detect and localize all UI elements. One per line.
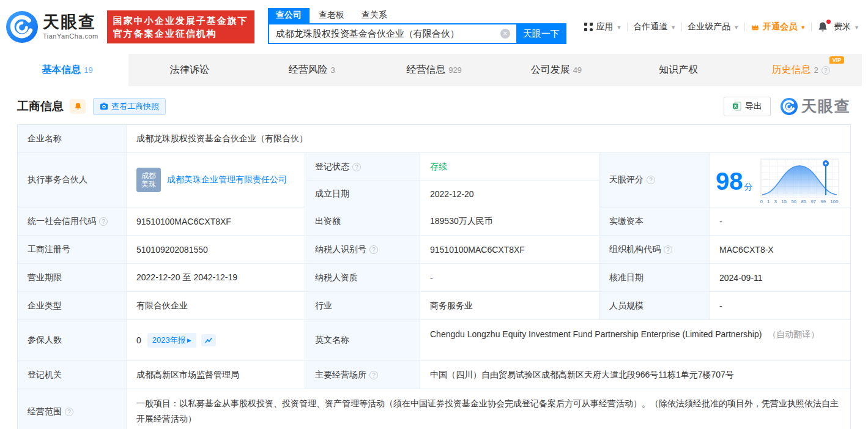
excel-icon [732,102,741,111]
help-icon[interactable] [369,371,378,379]
logo-title: 天眼查 [43,14,98,31]
tab-operation-risk[interactable]: 经营风险3 [251,54,373,86]
field-label: 英文名称 [305,320,420,360]
business-info-section: 工商信息 查看工商快照 导出 [0,96,868,429]
business-scope-value: 一般项目：以私募基金从事股权投资、投资管理、资产管理等活动（须在中国证券投资基金… [126,389,850,429]
nav-user-menu[interactable]: 费米▼ [834,21,859,32]
table-row: 经营范围 一般项目：以私募基金从事股权投资、投资管理、资产管理等活动（须在中国证… [18,389,850,429]
registration-number-value: 510109202081550 [126,236,305,263]
field-label: 纳税人识别号 [305,236,420,263]
registry-value: 成都高新区市场监督管理局 [126,361,305,389]
table-row: 统一社会信用代码 91510100MAC6CXT8XF 出资额 189530万人… [18,207,850,235]
table-row: 参保人数 0 2023年报▶ 英文名称 Chengdu Longzhu Equi… [18,319,850,360]
chevron-down-icon: ▼ [854,24,859,31]
help-icon[interactable] [822,66,830,75]
industry-value: 商务服务业 [420,292,599,319]
field-label: 经营范围 [18,389,126,429]
company-type-value: 有限合伙企业 [126,292,305,319]
monitor-bell-button[interactable] [70,99,86,114]
crown-icon [751,23,760,31]
score-value: 98 [716,168,743,195]
tab-legal-proceedings[interactable]: 法律诉讼 [128,54,251,86]
business-site-value: 中国（四川）自由贸易试验区成都高新区天府大道北段966号11栋1单元7楼707号 [420,361,850,389]
bell-icon [74,102,82,110]
table-row: 执行事务合伙人 成都 美珠 成都美珠企业管理有限责任公司 登记状态 存续 成立日… [18,152,850,207]
help-icon[interactable] [65,408,73,416]
gov-badge-line2: 官方备案企业征信机构 [113,27,248,40]
partner-company-link[interactable]: 成都美珠企业管理有限责任公司 [167,174,287,185]
bell-curve [760,159,839,198]
chevron-right-icon: ▶ [187,337,191,343]
vip-badge: VIP [829,56,845,64]
annual-report-chip[interactable]: 2023年报▶ [147,333,196,348]
nav-partnership[interactable]: 合作通道▼ [633,21,676,32]
search-button[interactable]: 天眼一下 [516,23,566,44]
field-label: 人员规模 [599,292,709,319]
field-label: 出资额 [305,207,420,235]
search-tab-company[interactable]: 查公司 [268,8,310,23]
partner-avatar[interactable]: 成都 美珠 [136,168,161,192]
field-label: 行业 [305,292,420,319]
tianyancha-watermark-icon [781,98,798,115]
help-icon[interactable] [369,245,378,254]
partner-cell: 成都 美珠 成都美珠企业管理有限责任公司 [126,153,305,207]
credit-code-value: 91510100MAC6CXT8XF [126,207,305,235]
top-nav: 应用▼ 合作通道▼ 企业级产品▼ 开通会员▼ 费米▼ [584,21,859,32]
chevron-down-icon: ▼ [616,24,621,31]
export-button[interactable]: 导出 [724,97,771,116]
tab-company-development[interactable]: 公司发展49 [495,54,617,86]
field-label: 纳税人资质 [305,264,420,291]
section-title: 工商信息 [17,99,64,114]
search-tab-relation[interactable]: 查关系 [354,8,395,23]
tianyancha-watermark: 天眼查 [781,96,851,116]
table-row: 企业名称 成都龙珠股权投资基金合伙企业（有限合伙） [18,125,850,152]
search-input[interactable] [268,23,516,44]
camera-icon [100,102,108,110]
field-label: 登记状态 [305,153,420,181]
tab-intellectual-property[interactable]: 知识产权 [617,54,740,86]
notification-red-dot [826,20,831,24]
table-row: 营业期限 2022-12-20 至 2042-12-19 纳税人资质 - 核准日… [18,263,850,291]
field-label: 参保人数 [18,320,126,360]
help-icon[interactable] [99,217,108,226]
field-label: 成立日期 [305,180,420,207]
nav-apps[interactable]: 应用▼ [584,21,621,32]
search-tab-boss[interactable]: 查老板 [311,8,352,23]
insured-count-value: 0 [136,335,141,345]
tab-basic-info[interactable]: 基本信息19 [6,54,128,86]
clear-search-icon[interactable]: × [500,29,510,39]
help-icon[interactable] [352,163,361,171]
taxpayer-quality-value: - [420,264,599,291]
table-row: 工商注册号 510109202081550 纳税人识别号 91510100MAC… [18,235,850,263]
tab-operation-info[interactable]: 经营信息929 [373,54,495,86]
insured-count-cell: 0 2023年报▶ [126,320,305,360]
field-label: 企业类型 [18,292,126,319]
nav-enterprise-products[interactable]: 企业级产品▼ [688,21,739,32]
notification-bell-button[interactable] [817,21,828,32]
field-label: 执行事务合伙人 [18,153,126,207]
help-icon[interactable] [664,245,672,254]
field-label: 营业期限 [18,264,126,291]
paid-capital-value: - [709,207,850,235]
tab-history-info[interactable]: VIP 历史信息2 [740,54,862,86]
field-label: 组织机构代码 [599,236,709,263]
tianyancha-logo[interactable]: 天眼查 TianYanCha.com [6,11,98,43]
field-label: 统一社会信用代码 [18,207,126,235]
tianyan-score-cell: 98分 0131550859799100 [709,153,850,207]
table-row: 企业类型 有限合伙企业 行业 商务服务业 人员规模 - [18,291,850,319]
logo-subtitle: TianYanCha.com [43,32,98,40]
score-distribution-chart: 0131550859799100 [760,159,839,204]
nav-open-vip[interactable]: 开通会员▼ [751,21,806,32]
trend-chart-button[interactable] [201,334,216,346]
field-label: 登记机关 [18,361,126,389]
line-chart-icon [204,336,213,345]
snapshot-button[interactable]: 查看工商快照 [93,98,166,115]
field-label: 主要经营场所 [305,361,420,389]
gov-badge-line1: 国家中小企业发展子基金旗下 [113,14,248,27]
help-icon[interactable] [647,176,655,184]
english-name-value: Chengdu Longzhu Equity Investment Fund P… [430,329,762,339]
org-code-value: MAC6CXT8-X [709,236,850,263]
business-info-table: 企业名称 成都龙珠股权投资基金合伙企业（有限合伙） 执行事务合伙人 成都 美珠 … [17,124,851,429]
capital-value: 189530万人民币 [420,207,599,235]
field-label: 核准日期 [599,264,709,291]
